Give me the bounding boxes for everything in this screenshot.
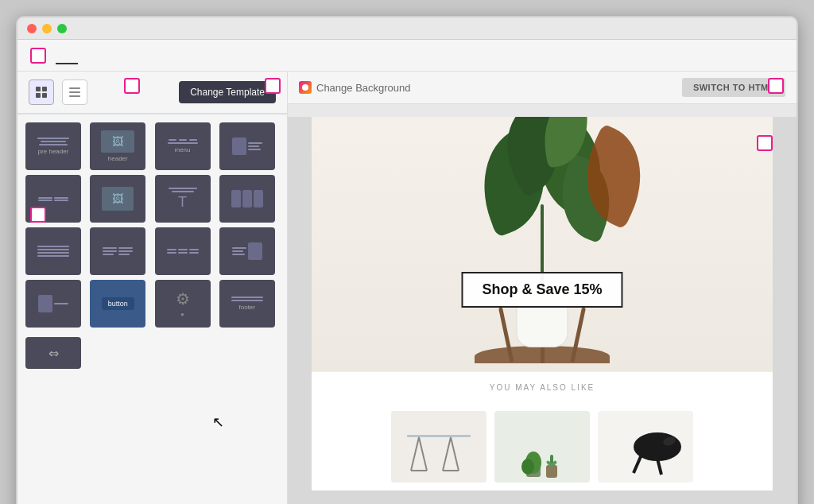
minimize-button[interactable] [42, 24, 52, 33]
block-footer[interactable]: footer [219, 280, 275, 328]
svg-rect-5 [69, 91, 80, 93]
block-image-text-1[interactable] [219, 122, 275, 170]
tab-content[interactable] [56, 47, 78, 64]
block-header[interactable]: 🖼 header [90, 122, 145, 170]
nav-tabs [17, 40, 797, 72]
annotation-6 [757, 135, 773, 151]
svg-line-13 [451, 437, 459, 471]
svg-line-24 [657, 459, 661, 475]
product-3 [598, 411, 693, 483]
block-img-text-bottom[interactable] [25, 280, 81, 328]
you-may-like-label: YOU MAY ALSO LIKE [312, 371, 773, 403]
product-row [312, 403, 773, 490]
change-bg-label: Change Background [316, 82, 411, 94]
block-pre-header[interactable]: pre header [25, 122, 81, 170]
email-preview: Shop & Save 15% YOU MAY ALSO LIKE [312, 117, 773, 490]
app-window: Change Template pre header 🖼 [16, 16, 798, 504]
annotation-4 [30, 207, 46, 223]
block-menu[interactable]: menu [155, 122, 211, 170]
block-gear[interactable]: ⚙ ● [155, 280, 211, 328]
svg-rect-4 [69, 87, 80, 89]
annotation-5 [768, 78, 784, 94]
svg-rect-1 [42, 87, 47, 91]
tab-delivery[interactable] [100, 47, 122, 64]
blocks-bottom-row: ⇔ [17, 335, 287, 377]
preview-toolbar: Change Background SWITCH TO HTML [288, 72, 797, 104]
bg-icon [299, 81, 312, 94]
change-template-button[interactable]: Change Template [179, 81, 276, 103]
preview-text [288, 104, 797, 117]
svg-rect-3 [42, 93, 47, 98]
block-lines-1[interactable] [25, 227, 81, 275]
annotation-1 [30, 48, 46, 64]
svg-line-23 [634, 455, 642, 473]
product-1 [391, 411, 486, 483]
block-single-image[interactable]: 🖼 [90, 175, 145, 223]
annotation-3 [265, 78, 281, 94]
svg-line-10 [419, 437, 427, 471]
block-lines-3[interactable] [155, 227, 211, 275]
annotation-2 [124, 78, 140, 94]
block-button[interactable]: button [90, 280, 145, 328]
panel-toolbar: Change Template [17, 72, 287, 114]
shop-save-banner: Shop & Save 15% [461, 272, 622, 308]
cursor: ↖ [212, 413, 224, 431]
right-panel: Change Background SWITCH TO HTML [288, 72, 797, 504]
block-img-right[interactable] [219, 227, 275, 275]
block-slider[interactable]: ⇔ [25, 337, 81, 369]
tab-preview[interactable] [78, 47, 100, 64]
svg-rect-0 [36, 87, 41, 91]
plant-scene: Shop & Save 15% [312, 117, 773, 371]
svg-point-17 [521, 459, 534, 475]
maximize-button[interactable] [57, 24, 67, 33]
svg-point-7 [302, 84, 308, 91]
block-text-center[interactable]: T [155, 175, 211, 223]
svg-rect-6 [69, 95, 80, 97]
product-2 [494, 411, 590, 483]
svg-rect-8 [407, 435, 471, 437]
list-view-icon[interactable] [62, 79, 87, 105]
change-background-button[interactable]: Change Background [299, 81, 411, 94]
blocks-grid: pre header 🖼 header [17, 114, 287, 335]
main-area: Change Template pre header 🖼 [17, 72, 797, 504]
email-hero: Shop & Save 15% [312, 117, 773, 371]
title-bar [17, 17, 797, 40]
svg-rect-18 [546, 465, 557, 478]
svg-line-9 [411, 437, 419, 471]
close-button[interactable] [27, 24, 37, 33]
block-multi-img[interactable] [219, 175, 275, 223]
svg-line-12 [443, 437, 451, 471]
blocks-view-icon[interactable] [29, 79, 54, 105]
left-panel: Change Template pre header 🖼 [17, 72, 288, 504]
block-lines-2[interactable] [90, 227, 145, 275]
svg-rect-2 [36, 93, 41, 98]
email-preview-area: Shop & Save 15% YOU MAY ALSO LIKE [288, 104, 797, 504]
